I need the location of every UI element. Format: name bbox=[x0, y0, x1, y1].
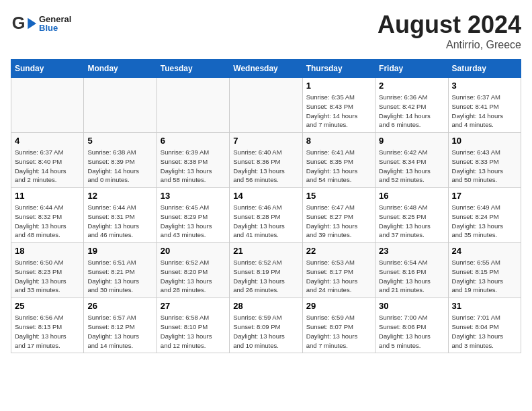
day-number: 19 bbox=[87, 246, 152, 256]
day-number: 13 bbox=[161, 191, 226, 201]
day-number: 3 bbox=[452, 81, 517, 91]
day-info: Sunrise: 6:47 AM Sunset: 8:27 PM Dayligh… bbox=[306, 203, 371, 240]
day-number: 22 bbox=[306, 246, 371, 256]
day-info: Sunrise: 6:35 AM Sunset: 8:43 PM Dayligh… bbox=[306, 93, 371, 130]
month-title: August 2024 bbox=[378, 11, 521, 39]
day-info: Sunrise: 6:58 AM Sunset: 8:10 PM Dayligh… bbox=[161, 313, 226, 350]
day-number: 26 bbox=[87, 301, 152, 311]
calendar-cell: 22Sunrise: 6:53 AM Sunset: 8:17 PM Dayli… bbox=[302, 243, 375, 298]
calendar-cell: 4Sunrise: 6:37 AM Sunset: 8:40 PM Daylig… bbox=[11, 133, 84, 188]
calendar-cell: 9Sunrise: 6:42 AM Sunset: 8:34 PM Daylig… bbox=[375, 133, 448, 188]
day-number: 24 bbox=[452, 246, 517, 256]
day-info: Sunrise: 6:51 AM Sunset: 8:21 PM Dayligh… bbox=[87, 258, 152, 295]
day-info: Sunrise: 6:37 AM Sunset: 8:41 PM Dayligh… bbox=[452, 93, 517, 130]
day-number: 30 bbox=[379, 301, 444, 311]
day-number: 29 bbox=[306, 301, 371, 311]
page-header: G General Blue August 2024 Antirrio, Gre… bbox=[11, 11, 521, 51]
day-number: 10 bbox=[452, 136, 517, 146]
calendar-cell: 26Sunrise: 6:57 AM Sunset: 8:12 PM Dayli… bbox=[84, 298, 157, 353]
calendar-cell: 3Sunrise: 6:37 AM Sunset: 8:41 PM Daylig… bbox=[448, 78, 521, 133]
calendar-cell: 6Sunrise: 6:39 AM Sunset: 8:38 PM Daylig… bbox=[157, 133, 229, 188]
calendar-cell: 20Sunrise: 6:52 AM Sunset: 8:20 PM Dayli… bbox=[157, 243, 229, 298]
day-info: Sunrise: 6:42 AM Sunset: 8:34 PM Dayligh… bbox=[379, 148, 444, 185]
weekday-header-row: SundayMondayTuesdayWednesdayThursdayFrid… bbox=[11, 60, 521, 78]
calendar-cell: 23Sunrise: 6:54 AM Sunset: 8:16 PM Dayli… bbox=[375, 243, 448, 298]
calendar-cell: 12Sunrise: 6:44 AM Sunset: 8:31 PM Dayli… bbox=[84, 188, 157, 243]
calendar-week-row: 18Sunrise: 6:50 AM Sunset: 8:23 PM Dayli… bbox=[11, 243, 521, 298]
day-info: Sunrise: 6:50 AM Sunset: 8:23 PM Dayligh… bbox=[15, 258, 80, 295]
day-info: Sunrise: 6:54 AM Sunset: 8:16 PM Dayligh… bbox=[379, 258, 444, 295]
day-info: Sunrise: 6:46 AM Sunset: 8:28 PM Dayligh… bbox=[233, 203, 298, 240]
day-info: Sunrise: 6:43 AM Sunset: 8:33 PM Dayligh… bbox=[452, 148, 517, 185]
calendar-cell: 8Sunrise: 6:41 AM Sunset: 8:35 PM Daylig… bbox=[302, 133, 375, 188]
calendar-week-row: 1Sunrise: 6:35 AM Sunset: 8:43 PM Daylig… bbox=[11, 78, 521, 133]
day-number: 11 bbox=[15, 191, 80, 201]
calendar-cell: 28Sunrise: 6:59 AM Sunset: 8:09 PM Dayli… bbox=[230, 298, 302, 353]
weekday-header-wednesday: Wednesday bbox=[230, 60, 302, 78]
calendar-cell: 17Sunrise: 6:49 AM Sunset: 8:24 PM Dayli… bbox=[448, 188, 521, 243]
calendar-week-row: 4Sunrise: 6:37 AM Sunset: 8:40 PM Daylig… bbox=[11, 133, 521, 188]
day-number: 15 bbox=[306, 191, 371, 201]
calendar-cell bbox=[157, 78, 229, 133]
day-info: Sunrise: 6:45 AM Sunset: 8:29 PM Dayligh… bbox=[161, 203, 226, 240]
calendar-cell bbox=[11, 78, 84, 133]
logo-text-block: General Blue bbox=[39, 15, 71, 32]
logo-blue-text: Blue bbox=[39, 24, 71, 32]
logo: G General Blue bbox=[11, 11, 71, 36]
day-info: Sunrise: 6:44 AM Sunset: 8:32 PM Dayligh… bbox=[15, 203, 80, 240]
day-info: Sunrise: 6:44 AM Sunset: 8:31 PM Dayligh… bbox=[87, 203, 152, 240]
day-info: Sunrise: 6:36 AM Sunset: 8:42 PM Dayligh… bbox=[379, 93, 444, 130]
svg-text:G: G bbox=[12, 13, 26, 32]
calendar-week-row: 25Sunrise: 6:56 AM Sunset: 8:13 PM Dayli… bbox=[11, 298, 521, 353]
calendar-cell: 19Sunrise: 6:51 AM Sunset: 8:21 PM Dayli… bbox=[84, 243, 157, 298]
day-info: Sunrise: 6:49 AM Sunset: 8:24 PM Dayligh… bbox=[452, 203, 517, 240]
day-number: 16 bbox=[379, 191, 444, 201]
day-number: 18 bbox=[15, 246, 80, 256]
weekday-header-monday: Monday bbox=[84, 60, 157, 78]
logo-icon: G bbox=[11, 11, 36, 36]
location-text: Antirrio, Greece bbox=[378, 39, 521, 51]
day-number: 2 bbox=[379, 81, 444, 91]
day-number: 5 bbox=[87, 136, 152, 146]
calendar-cell bbox=[230, 78, 302, 133]
day-number: 25 bbox=[15, 301, 80, 311]
day-number: 1 bbox=[306, 81, 371, 91]
day-info: Sunrise: 6:53 AM Sunset: 8:17 PM Dayligh… bbox=[306, 258, 371, 295]
calendar-table: SundayMondayTuesdayWednesdayThursdayFrid… bbox=[11, 59, 521, 353]
calendar-cell: 5Sunrise: 6:38 AM Sunset: 8:39 PM Daylig… bbox=[84, 133, 157, 188]
day-number: 23 bbox=[379, 246, 444, 256]
calendar-cell: 10Sunrise: 6:43 AM Sunset: 8:33 PM Dayli… bbox=[448, 133, 521, 188]
day-number: 4 bbox=[15, 136, 80, 146]
calendar-cell: 7Sunrise: 6:40 AM Sunset: 8:36 PM Daylig… bbox=[230, 133, 302, 188]
weekday-header-sunday: Sunday bbox=[11, 60, 84, 78]
calendar-cell: 1Sunrise: 6:35 AM Sunset: 8:43 PM Daylig… bbox=[302, 78, 375, 133]
day-info: Sunrise: 6:56 AM Sunset: 8:13 PM Dayligh… bbox=[15, 313, 80, 350]
calendar-cell: 13Sunrise: 6:45 AM Sunset: 8:29 PM Dayli… bbox=[157, 188, 229, 243]
title-area: August 2024 Antirrio, Greece bbox=[378, 11, 521, 51]
day-info: Sunrise: 6:59 AM Sunset: 8:07 PM Dayligh… bbox=[306, 313, 371, 350]
day-number: 27 bbox=[161, 301, 226, 311]
day-number: 20 bbox=[161, 246, 226, 256]
day-number: 8 bbox=[306, 136, 371, 146]
day-info: Sunrise: 6:57 AM Sunset: 8:12 PM Dayligh… bbox=[87, 313, 152, 350]
day-info: Sunrise: 6:41 AM Sunset: 8:35 PM Dayligh… bbox=[306, 148, 371, 185]
weekday-header-friday: Friday bbox=[375, 60, 448, 78]
day-info: Sunrise: 6:39 AM Sunset: 8:38 PM Dayligh… bbox=[161, 148, 226, 185]
day-number: 17 bbox=[452, 191, 517, 201]
day-number: 6 bbox=[161, 136, 226, 146]
day-info: Sunrise: 6:55 AM Sunset: 8:15 PM Dayligh… bbox=[452, 258, 517, 295]
day-info: Sunrise: 6:40 AM Sunset: 8:36 PM Dayligh… bbox=[233, 148, 298, 185]
calendar-cell: 14Sunrise: 6:46 AM Sunset: 8:28 PM Dayli… bbox=[230, 188, 302, 243]
calendar-cell: 15Sunrise: 6:47 AM Sunset: 8:27 PM Dayli… bbox=[302, 188, 375, 243]
calendar-cell: 31Sunrise: 7:01 AM Sunset: 8:04 PM Dayli… bbox=[448, 298, 521, 353]
calendar-cell: 11Sunrise: 6:44 AM Sunset: 8:32 PM Dayli… bbox=[11, 188, 84, 243]
day-number: 31 bbox=[452, 301, 517, 311]
calendar-cell: 29Sunrise: 6:59 AM Sunset: 8:07 PM Dayli… bbox=[302, 298, 375, 353]
day-info: Sunrise: 7:00 AM Sunset: 8:06 PM Dayligh… bbox=[379, 313, 444, 350]
calendar-cell: 30Sunrise: 7:00 AM Sunset: 8:06 PM Dayli… bbox=[375, 298, 448, 353]
calendar-cell: 2Sunrise: 6:36 AM Sunset: 8:42 PM Daylig… bbox=[375, 78, 448, 133]
calendar-cell bbox=[84, 78, 157, 133]
day-info: Sunrise: 6:48 AM Sunset: 8:25 PM Dayligh… bbox=[379, 203, 444, 240]
weekday-header-tuesday: Tuesday bbox=[157, 60, 229, 78]
calendar-cell: 21Sunrise: 6:52 AM Sunset: 8:19 PM Dayli… bbox=[230, 243, 302, 298]
